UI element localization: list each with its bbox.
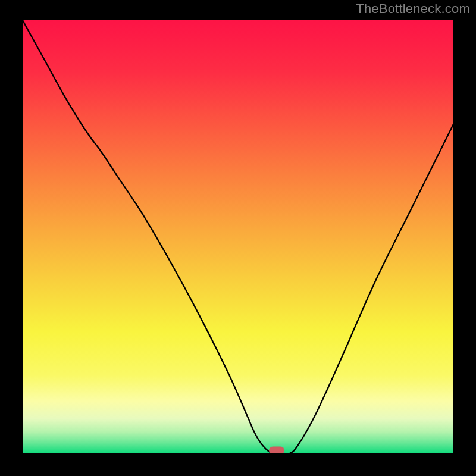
plot-area <box>23 20 453 453</box>
optimal-marker <box>269 447 284 454</box>
curve-layer <box>23 20 453 453</box>
watermark-text: TheBottleneck.com <box>356 1 470 17</box>
bottleneck-curve <box>23 20 453 453</box>
bottleneck-chart: TheBottleneck.com <box>0 0 476 476</box>
